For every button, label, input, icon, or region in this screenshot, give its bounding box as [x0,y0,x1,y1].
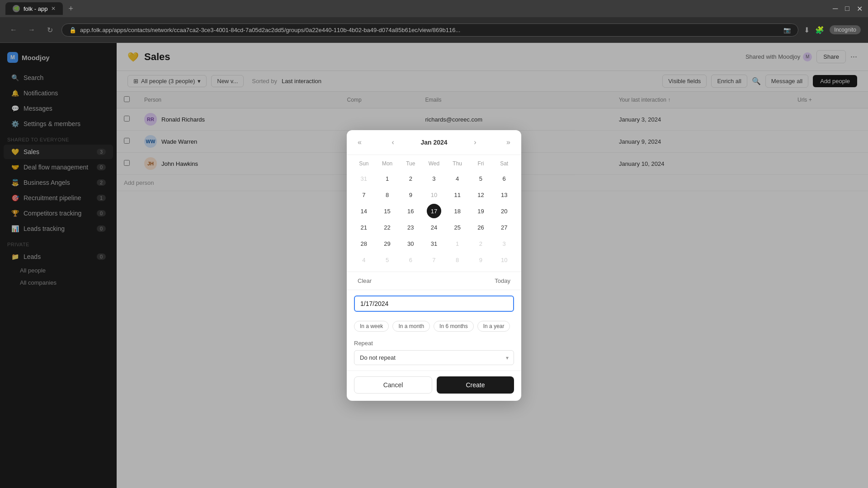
cal-next-btn[interactable]: › [470,136,480,148]
camera-off-icon: 📷 [783,27,791,33]
cal-day-1-feb[interactable]: 1 [450,236,465,251]
quick-dates: In a week In a month In 6 months In a ye… [347,317,521,335]
url-text: app.folk.app/apps/contacts/network/ccaa7… [80,27,780,33]
cal-day-1[interactable]: 1 [380,171,395,186]
weekday-sat: Sat [492,159,516,169]
back-btn[interactable]: ← [7,23,20,36]
active-tab[interactable]: 🌿 folk - app ✕ [5,2,63,15]
cal-day-30[interactable]: 30 [403,236,418,251]
cal-day-21[interactable]: 21 [357,220,371,235]
cal-day-17-selected[interactable]: 17 [427,204,441,218]
cal-day-27[interactable]: 27 [497,220,511,235]
weekday-wed: Wed [422,159,446,169]
today-btn[interactable]: Today [491,276,514,286]
cal-day-15[interactable]: 15 [380,204,395,218]
weekday-fri: Fri [469,159,493,169]
cal-prev-prev-btn[interactable]: « [354,136,365,148]
weekday-sun: Sun [352,159,376,169]
calendar-grid: Sun Mon Tue Wed Thu Fri Sat 31 1 2 3 4 5… [347,155,521,272]
modal-actions: Cancel Create [347,371,521,401]
cancel-button[interactable]: Cancel [354,376,432,394]
cal-day-2-feb[interactable]: 2 [473,236,488,251]
cal-day-13[interactable]: 13 [497,188,511,202]
calendar-modal: « ‹ Jan 2024 › » Sun Mon Tue Wed Thu Fri… [347,130,521,401]
cal-day-24[interactable]: 24 [427,220,441,235]
cal-day-11[interactable]: 11 [450,188,465,202]
forward-btn[interactable]: → [25,23,38,36]
cal-day-7[interactable]: 7 [357,188,371,202]
cal-day-20[interactable]: 20 [497,204,511,218]
quick-in-week[interactable]: In a week [354,321,389,332]
cal-day-3[interactable]: 3 [427,171,441,186]
cal-day-3-feb[interactable]: 3 [497,236,511,251]
cal-day-4[interactable]: 4 [450,171,465,186]
weekday-mon: Mon [376,159,399,169]
repeat-select-wrapper: Do not repeat Daily Weekly Monthly Yearl… [354,350,514,365]
cal-day-26[interactable]: 26 [473,220,488,235]
cal-day-7-feb[interactable]: 7 [427,253,441,267]
cal-day-19[interactable]: 19 [473,204,488,218]
calendar-footer: Clear Today [347,272,521,290]
cal-next-next-btn[interactable]: » [503,136,514,148]
calendar-days: 31 1 2 3 4 5 6 7 8 9 10 11 12 13 14 15 1… [352,170,516,268]
window-controls: ─ □ ✕ [833,5,863,13]
cal-day-9[interactable]: 9 [403,188,418,202]
cal-day-18[interactable]: 18 [450,204,465,218]
minimize-btn[interactable]: ─ [833,5,838,13]
cal-day-22[interactable]: 22 [380,220,395,235]
date-input-section [347,290,521,317]
cal-day-12[interactable]: 12 [473,188,488,202]
cal-day-23[interactable]: 23 [403,220,418,235]
maximize-btn[interactable]: □ [845,5,849,13]
tab-favicon: 🌿 [13,5,20,12]
incognito-badge: Incognito [830,25,861,34]
tab-title: folk - app [24,5,47,12]
close-btn[interactable]: ✕ [857,5,863,13]
clear-btn[interactable]: Clear [354,276,375,286]
tab-close-btn[interactable]: ✕ [51,5,56,12]
cal-prev-btn[interactable]: ‹ [388,136,397,148]
cal-day-2[interactable]: 2 [403,171,418,186]
cal-day-10[interactable]: 10 [427,188,441,202]
create-button[interactable]: Create [437,376,514,394]
cal-day-28[interactable]: 28 [357,236,371,251]
address-bar[interactable]: 🔒 app.folk.app/apps/contacts/network/cca… [61,23,798,37]
quick-in-6months[interactable]: In 6 months [434,321,474,332]
download-icon[interactable]: ⬇ [804,26,810,34]
browser-toolbar-right: ⬇ 🧩 Incognito [804,25,861,34]
cal-day-6-feb[interactable]: 6 [403,253,418,267]
cal-day-5-feb[interactable]: 5 [380,253,395,267]
cal-day-31[interactable]: 31 [427,236,441,251]
quick-in-month[interactable]: In a month [392,321,430,332]
repeat-section: Repeat Do not repeat Daily Weekly Monthl… [347,335,521,371]
cal-day-9-feb[interactable]: 9 [473,253,488,267]
cal-day-4-feb[interactable]: 4 [357,253,371,267]
cal-day-31-dec[interactable]: 31 [357,171,371,186]
cal-day-29[interactable]: 29 [380,236,395,251]
calendar-header: « ‹ Jan 2024 › » [347,130,521,155]
cal-day-25[interactable]: 25 [450,220,465,235]
reload-btn[interactable]: ↻ [43,23,56,36]
cal-day-8[interactable]: 8 [380,188,395,202]
cal-month-label: Jan 2024 [420,139,447,146]
cal-day-5[interactable]: 5 [473,171,488,186]
lock-icon: 🔒 [69,27,76,33]
date-input-field[interactable] [354,296,514,312]
modal-overlay[interactable]: « ‹ Jan 2024 › » Sun Mon Tue Wed Thu Fri… [0,43,868,488]
extensions-icon[interactable]: 🧩 [815,26,824,34]
weekday-thu: Thu [446,159,469,169]
cal-day-10-feb[interactable]: 10 [497,253,511,267]
new-tab-btn[interactable]: + [65,3,77,14]
repeat-select[interactable]: Do not repeat Daily Weekly Monthly Yearl… [354,350,514,365]
repeat-label: Repeat [354,340,514,347]
cal-day-6[interactable]: 6 [497,171,511,186]
cal-day-8-feb[interactable]: 8 [450,253,465,267]
calendar-weekdays: Sun Mon Tue Wed Thu Fri Sat [352,159,516,169]
cal-day-16[interactable]: 16 [403,204,418,218]
weekday-tue: Tue [399,159,422,169]
browser-tabs: 🌿 folk - app ✕ + [5,2,77,15]
quick-in-year[interactable]: In a year [477,321,510,332]
cal-day-14[interactable]: 14 [357,204,371,218]
